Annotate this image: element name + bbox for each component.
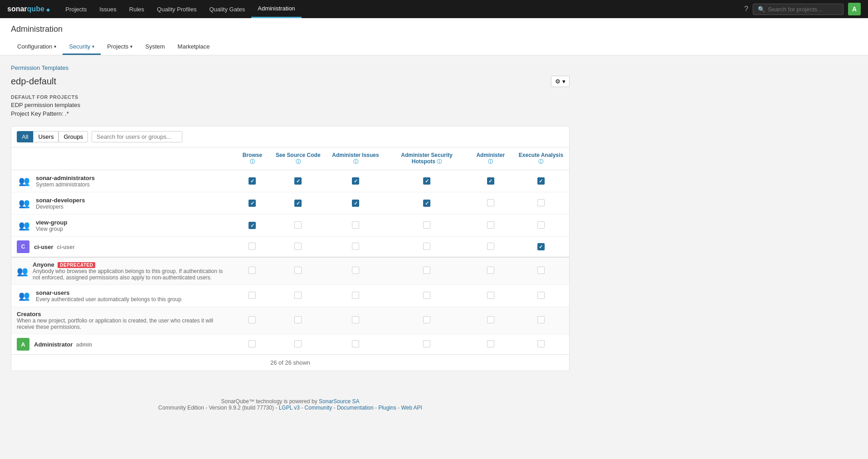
perm-administer-checkbox[interactable] [487, 267, 494, 274]
perm-execute-checkbox[interactable] [537, 221, 545, 229]
subnav-projects[interactable]: Projects ▾ [101, 39, 139, 55]
subnav-security[interactable]: Security ▾ [63, 39, 101, 55]
logo[interactable]: sonarqube ◆ [7, 5, 50, 13]
top-navigation: sonarqube ◆ Projects Issues Rules Qualit… [0, 0, 868, 18]
perm-issues-checkbox[interactable] [352, 316, 359, 323]
filter-groups[interactable]: Groups [59, 131, 88, 142]
search-box[interactable]: 🔍 [753, 4, 844, 15]
nav-issues[interactable]: Issues [93, 0, 123, 18]
perm-administer-checkbox[interactable] [487, 243, 494, 250]
perm-execute-checkbox[interactable] [537, 316, 545, 323]
perm-issues-checkbox[interactable] [352, 267, 359, 274]
browse-help-icon[interactable]: ⓘ [250, 159, 255, 164]
perm-issues-checkbox[interactable] [352, 243, 359, 250]
footer-powered-by: SonarQube™ technology is powered by [221, 398, 317, 405]
user-group-search-input[interactable] [92, 131, 182, 142]
perm-hotspots-checkbox[interactable] [423, 292, 430, 299]
permissions-table: Browse ⓘ See Source Code ⓘ Administer Is… [11, 147, 569, 354]
nav-rules[interactable]: Rules [123, 0, 151, 18]
nav-quality-gates[interactable]: Quality Gates [203, 0, 251, 18]
footer-lgpl-link[interactable]: LGPL v3 [279, 405, 300, 411]
footer-plugins-link[interactable]: Plugins [378, 405, 396, 411]
perm-browse-checkbox[interactable] [249, 340, 256, 347]
subnav-system[interactable]: System [139, 39, 171, 55]
perm-source-checkbox[interactable] [294, 340, 302, 347]
perm-browse-checkbox[interactable] [249, 222, 256, 229]
execute-analysis-help-icon[interactable]: ⓘ [538, 159, 543, 164]
entity-name: ci-user ci-user [34, 244, 75, 250]
perm-browse-checkbox[interactable] [249, 292, 256, 299]
perm-administer-checkbox[interactable] [487, 340, 494, 347]
chevron-down-icon: ▾ [92, 44, 94, 49]
entity-name: sonar-users [36, 289, 181, 296]
perm-hotspots-checkbox[interactable] [423, 243, 430, 250]
footer-documentation-link[interactable]: Documentation [337, 405, 374, 411]
perm-hotspots-checkbox[interactable] [423, 200, 430, 207]
perm-source-checkbox[interactable] [294, 221, 302, 229]
perm-hotspots-checkbox[interactable] [423, 221, 430, 229]
footer-community-link[interactable]: Community [305, 405, 332, 411]
nav-projects[interactable]: Projects [59, 0, 93, 18]
perm-browse-checkbox[interactable] [249, 267, 256, 274]
filter-all[interactable]: All [17, 131, 33, 142]
entity-name: sonar-administrators [36, 175, 95, 181]
perm-browse-checkbox[interactable] [249, 316, 256, 323]
search-input[interactable] [768, 6, 839, 13]
filter-users[interactable]: Users [33, 131, 59, 142]
group-avatar: 👥 [17, 218, 31, 233]
gear-button[interactable]: ⚙ ▾ [551, 76, 570, 87]
perm-issues-checkbox[interactable] [352, 200, 359, 207]
perm-browse-checkbox[interactable] [249, 200, 256, 207]
security-hotspots-help-icon[interactable]: ⓘ [437, 159, 442, 164]
col-security-hotspots: Administer Security Hotspots ⓘ [385, 147, 468, 170]
perm-issues-checkbox[interactable] [352, 292, 359, 299]
perm-execute-checkbox[interactable] [537, 340, 545, 347]
nav-quality-profiles[interactable]: Quality Profiles [151, 0, 203, 18]
breadcrumb-link[interactable]: Permission Templates [11, 64, 68, 71]
perm-browse-checkbox[interactable] [249, 177, 256, 185]
footer-web-api-link[interactable]: Web API [401, 405, 422, 411]
filter-buttons: All Users Groups [17, 131, 88, 142]
perm-browse-checkbox[interactable] [249, 243, 256, 250]
perm-execute-checkbox[interactable] [537, 199, 545, 206]
perm-issues-checkbox[interactable] [352, 340, 359, 347]
perm-administer-checkbox[interactable] [487, 292, 494, 299]
user-avatar[interactable]: A [848, 3, 861, 15]
perm-execute-checkbox[interactable] [537, 177, 545, 185]
perm-source-checkbox[interactable] [294, 267, 302, 274]
perm-administer-checkbox[interactable] [487, 177, 494, 185]
col-source-code: See Source Code ⓘ [270, 147, 326, 170]
perm-source-checkbox[interactable] [294, 243, 302, 250]
perm-hotspots-checkbox[interactable] [423, 177, 430, 185]
creators-label: Creators [17, 311, 229, 317]
perm-execute-checkbox[interactable] [537, 292, 545, 299]
default-for-projects-label: DEFAULT FOR PROJECTS [11, 94, 570, 100]
perm-administer-checkbox[interactable] [487, 316, 494, 323]
perm-administer-checkbox[interactable] [487, 221, 494, 229]
help-icon[interactable]: ? [744, 5, 748, 13]
perm-hotspots-checkbox[interactable] [423, 316, 430, 323]
creators-row: Creators When a new project, portfolio o… [11, 307, 569, 334]
nav-administration[interactable]: Administration [251, 0, 301, 18]
administer-issues-help-icon[interactable]: ⓘ [353, 159, 358, 164]
subnav-marketplace[interactable]: Marketplace [171, 39, 216, 55]
perm-administer-checkbox[interactable] [487, 199, 494, 206]
group-avatar: 👥 [17, 264, 28, 278]
perm-source-checkbox[interactable] [294, 292, 302, 299]
entity-name: Anyone DEPRECATED [33, 261, 229, 268]
perm-execute-checkbox[interactable] [537, 267, 545, 274]
perm-execute-checkbox[interactable] [537, 243, 545, 250]
perm-issues-checkbox[interactable] [352, 177, 359, 185]
footer-company-link[interactable]: SonarSource SA [319, 398, 359, 405]
perm-source-checkbox[interactable] [294, 177, 302, 185]
perm-source-checkbox[interactable] [294, 316, 302, 323]
perm-source-checkbox[interactable] [294, 200, 302, 207]
col-execute-analysis: Execute Analysis ⓘ [513, 147, 569, 170]
perm-hotspots-checkbox[interactable] [423, 267, 430, 274]
source-code-help-icon[interactable]: ⓘ [296, 159, 301, 164]
perm-hotspots-checkbox[interactable] [423, 340, 430, 347]
table-row: 👥 sonar-developers Developers [11, 192, 569, 215]
administer-help-icon[interactable]: ⓘ [488, 159, 493, 164]
subnav-configuration[interactable]: Configuration ▾ [11, 39, 63, 55]
perm-issues-checkbox[interactable] [352, 221, 359, 229]
